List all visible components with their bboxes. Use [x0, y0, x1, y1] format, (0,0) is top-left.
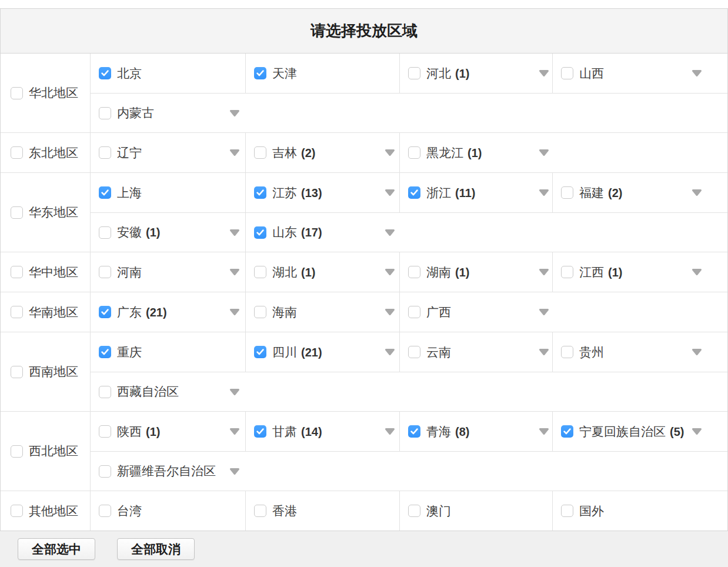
- chevron-down-icon[interactable]: [384, 268, 396, 276]
- province-cell[interactable]: 江西 (1): [552, 252, 727, 292]
- region-checkbox[interactable]: [11, 266, 23, 278]
- province-cell[interactable]: 新疆维吾尔自治区: [91, 452, 245, 491]
- province-checkbox[interactable]: [254, 146, 266, 159]
- province-checkbox[interactable]: [99, 425, 111, 438]
- region-checkbox[interactable]: [11, 146, 23, 159]
- province-checkbox[interactable]: [99, 505, 111, 517]
- province-checkbox[interactable]: [99, 146, 111, 159]
- province-checkbox[interactable]: [99, 306, 111, 318]
- province-cell[interactable]: 江苏 (13): [245, 173, 399, 212]
- province-cell[interactable]: 广西: [399, 292, 552, 332]
- province-cell[interactable]: 贵州: [552, 332, 727, 372]
- province-cell[interactable]: 西藏自治区: [91, 372, 245, 411]
- province-checkbox[interactable]: [254, 505, 266, 517]
- region-checkbox[interactable]: [11, 87, 23, 99]
- chevron-down-icon[interactable]: [538, 149, 550, 156]
- province-cell[interactable]: 宁夏回族自治区 (5): [552, 412, 727, 451]
- province-cell[interactable]: 安徽 (1): [91, 213, 245, 252]
- province-checkbox[interactable]: [408, 505, 420, 517]
- province-checkbox[interactable]: [561, 346, 573, 358]
- province-cell[interactable]: 湖北 (1): [245, 252, 399, 292]
- province-checkbox[interactable]: [408, 266, 420, 278]
- province-cell[interactable]: 黑龙江 (1): [399, 133, 552, 172]
- province-cell[interactable]: 浙江 (11): [399, 173, 552, 212]
- chevron-down-icon[interactable]: [384, 189, 396, 196]
- chevron-down-icon[interactable]: [229, 109, 241, 117]
- chevron-down-icon[interactable]: [384, 229, 396, 236]
- chevron-down-icon[interactable]: [538, 69, 550, 77]
- chevron-down-icon[interactable]: [384, 428, 396, 435]
- province-checkbox[interactable]: [99, 67, 111, 79]
- province-checkbox[interactable]: [561, 186, 573, 199]
- province-cell[interactable]: 甘肃 (14): [245, 412, 399, 451]
- region-label-cell[interactable]: 东北地区: [1, 133, 90, 172]
- province-cell[interactable]: 天津: [245, 54, 399, 93]
- province-checkbox[interactable]: [408, 67, 420, 79]
- province-checkbox[interactable]: [561, 425, 573, 438]
- province-cell[interactable]: 国外: [552, 491, 727, 531]
- region-checkbox[interactable]: [11, 445, 23, 458]
- chevron-down-icon[interactable]: [384, 149, 396, 156]
- province-checkbox[interactable]: [99, 386, 111, 398]
- region-label-cell[interactable]: 华南地区: [1, 292, 90, 332]
- chevron-down-icon[interactable]: [691, 428, 703, 435]
- chevron-down-icon[interactable]: [384, 348, 396, 356]
- chevron-down-icon[interactable]: [229, 388, 241, 396]
- chevron-down-icon[interactable]: [384, 308, 396, 316]
- province-cell[interactable]: 重庆: [91, 332, 245, 372]
- province-checkbox[interactable]: [561, 266, 573, 278]
- cancel-all-button[interactable]: 全部取消: [117, 538, 195, 560]
- province-checkbox[interactable]: [408, 425, 420, 438]
- province-cell[interactable]: 河北 (1): [399, 54, 552, 93]
- province-checkbox[interactable]: [254, 67, 266, 79]
- province-cell[interactable]: 海南: [245, 292, 399, 332]
- province-cell[interactable]: 吉林 (2): [245, 133, 399, 172]
- chevron-down-icon[interactable]: [538, 308, 550, 316]
- region-label-cell[interactable]: 华中地区: [1, 252, 90, 292]
- chevron-down-icon[interactable]: [229, 468, 241, 475]
- province-cell[interactable]: 广东 (21): [91, 292, 245, 332]
- province-cell[interactable]: 山西: [552, 54, 727, 93]
- chevron-down-icon[interactable]: [691, 268, 703, 276]
- chevron-down-icon[interactable]: [691, 189, 703, 196]
- province-cell[interactable]: 辽宁: [91, 133, 245, 172]
- province-cell[interactable]: 陕西 (1): [91, 412, 245, 451]
- province-cell[interactable]: 福建 (2): [552, 173, 727, 212]
- province-checkbox[interactable]: [561, 67, 573, 79]
- chevron-down-icon[interactable]: [538, 189, 550, 196]
- chevron-down-icon[interactable]: [538, 268, 550, 276]
- province-checkbox[interactable]: [254, 425, 266, 438]
- province-cell[interactable]: 北京: [91, 54, 245, 93]
- province-checkbox[interactable]: [408, 186, 420, 199]
- province-checkbox[interactable]: [561, 505, 573, 517]
- province-checkbox[interactable]: [254, 226, 266, 239]
- chevron-down-icon[interactable]: [538, 348, 550, 356]
- region-checkbox[interactable]: [11, 206, 23, 219]
- province-checkbox[interactable]: [99, 346, 111, 358]
- region-label-cell[interactable]: 西北地区: [1, 412, 90, 491]
- province-cell[interactable]: 云南: [399, 332, 552, 372]
- region-checkbox[interactable]: [11, 505, 23, 517]
- chevron-down-icon[interactable]: [229, 229, 241, 236]
- province-checkbox[interactable]: [254, 186, 266, 199]
- province-cell[interactable]: 山东 (17): [245, 213, 399, 252]
- province-checkbox[interactable]: [99, 266, 111, 278]
- province-checkbox[interactable]: [99, 107, 111, 119]
- province-cell[interactable]: 青海 (8): [399, 412, 552, 451]
- chevron-down-icon[interactable]: [691, 69, 703, 77]
- province-cell[interactable]: 澳门: [399, 491, 552, 531]
- chevron-down-icon[interactable]: [538, 428, 550, 435]
- region-checkbox[interactable]: [11, 366, 23, 378]
- region-label-cell[interactable]: 西南地区: [1, 332, 90, 411]
- province-checkbox[interactable]: [408, 306, 420, 318]
- region-label-cell[interactable]: 华北地区: [1, 54, 90, 132]
- province-checkbox[interactable]: [99, 465, 111, 478]
- province-checkbox[interactable]: [99, 186, 111, 199]
- province-checkbox[interactable]: [254, 306, 266, 318]
- region-label-cell[interactable]: 华东地区: [1, 173, 90, 252]
- province-checkbox[interactable]: [99, 226, 111, 239]
- province-checkbox[interactable]: [408, 346, 420, 358]
- region-checkbox[interactable]: [11, 306, 23, 318]
- province-cell[interactable]: 台湾: [91, 491, 245, 531]
- province-cell[interactable]: 河南: [91, 252, 245, 292]
